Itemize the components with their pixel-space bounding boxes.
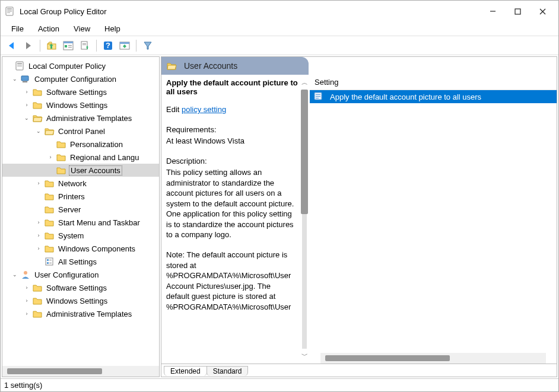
tree-item-uc-admin[interactable]: › Administrative Templates: [2, 307, 159, 320]
svg-rect-22: [120, 42, 129, 44]
svg-rect-37: [316, 96, 320, 97]
svg-rect-3: [7, 11, 12, 12]
list-column-header[interactable]: Setting: [310, 75, 557, 90]
tree-item-cc-admin[interactable]: ⌄ Administrative Templates: [2, 111, 159, 125]
tree-label: Windows Components: [57, 244, 136, 253]
tree-item-root[interactable]: Local Computer Policy: [2, 59, 159, 72]
tree-item-system[interactable]: › System: [2, 229, 159, 242]
svg-point-34: [24, 271, 27, 275]
svg-rect-25: [17, 65, 22, 65]
tree-item-control-panel[interactable]: ⌄ Control Panel: [2, 125, 159, 138]
svg-rect-28: [23, 81, 27, 82]
filter-button[interactable]: [140, 38, 155, 53]
caret-right-icon[interactable]: ›: [34, 231, 43, 240]
caret-right-icon[interactable]: ›: [23, 297, 31, 305]
caret-right-icon[interactable]: ›: [34, 179, 43, 187]
scrollbar-track[interactable]: [302, 90, 307, 349]
caret-right-icon[interactable]: ›: [23, 310, 31, 318]
edit-policy-link[interactable]: policy setting: [182, 105, 226, 114]
tree-item-allsettings[interactable]: All Settings: [2, 255, 159, 268]
folder-icon: [44, 243, 55, 254]
main-area: Local Computer Policy ⌄ Computer Configu…: [1, 55, 558, 378]
tree-item-network[interactable]: › Network: [2, 177, 159, 190]
folder-icon: [44, 217, 55, 228]
menubar: File Action View Help: [1, 22, 558, 36]
svg-text:?: ?: [106, 41, 110, 50]
menu-action[interactable]: Action: [31, 23, 66, 34]
tree[interactable]: Local Computer Policy ⌄ Computer Configu…: [2, 57, 159, 366]
caret-down-icon[interactable]: ⌄: [34, 127, 43, 135]
caret-down-icon[interactable]: ⌄: [11, 75, 19, 83]
tree-item-cc-software[interactable]: › Software Settings: [2, 85, 159, 98]
tree-label: All Settings: [57, 257, 98, 266]
tree-item-regional[interactable]: › Regional and Langu: [2, 151, 159, 164]
tree-label: Administrative Templates: [45, 310, 133, 318]
caret-down-icon[interactable]: ⌄: [11, 270, 19, 279]
svg-rect-31: [49, 260, 52, 260]
list-item[interactable]: Apply the default account picture to all…: [310, 90, 557, 103]
scrollbar-thumb[interactable]: [7, 368, 102, 374]
tree-horizontal-scrollbar[interactable]: [2, 366, 159, 377]
folder-open-icon: [32, 113, 43, 123]
menu-file[interactable]: File: [4, 23, 31, 34]
folder-icon: [32, 87, 43, 97]
up-button[interactable]: [44, 38, 59, 53]
help-button[interactable]: ?: [100, 38, 116, 53]
tree-label: Start Menu and Taskbar: [57, 218, 141, 227]
description-vertical-scrollbar[interactable]: ︿ ﹀: [299, 75, 310, 364]
caret-right-icon[interactable]: ›: [23, 101, 31, 109]
tree-item-user-accounts[interactable]: User Accounts: [2, 164, 159, 177]
tree-item-printers[interactable]: Printers: [2, 190, 159, 203]
description-pane: Apply the default account picture to all…: [161, 75, 310, 364]
tree-item-uc-windows[interactable]: › Windows Settings: [2, 294, 159, 307]
details-header: User Accounts: [161, 57, 309, 75]
caret-right-icon[interactable]: ›: [23, 283, 31, 292]
export-list-button[interactable]: [77, 38, 93, 53]
list-item-label: Apply the default account picture to all…: [330, 93, 481, 101]
tab-standard[interactable]: Standard: [207, 366, 249, 376]
back-button[interactable]: [4, 38, 20, 53]
tree-item-computer-config[interactable]: ⌄ Computer Configuration: [2, 72, 159, 85]
minimize-button[interactable]: [480, 2, 505, 20]
svg-rect-30: [47, 259, 49, 261]
scrollbar-thumb[interactable]: [325, 355, 450, 361]
svg-rect-13: [68, 45, 72, 46]
tree-item-cc-windows[interactable]: › Windows Settings: [2, 98, 159, 111]
scroll-down-icon[interactable]: ﹀: [301, 351, 308, 360]
tab-extended[interactable]: Extended: [164, 366, 207, 376]
caret-right-icon[interactable]: ›: [34, 218, 43, 227]
edit-label: Edit: [166, 105, 182, 114]
list-horizontal-scrollbar[interactable]: [320, 353, 546, 364]
close-button[interactable]: [530, 2, 555, 20]
show-hide-tree-button[interactable]: [61, 38, 76, 53]
forward-button[interactable]: [21, 38, 36, 53]
tree-item-uc-software[interactable]: › Software Settings: [2, 281, 159, 294]
tree-item-personalization[interactable]: Personalization: [2, 138, 159, 151]
policy-title: Apply the default account picture to all…: [166, 78, 305, 96]
tree-item-wincomp[interactable]: › Windows Components: [2, 242, 159, 255]
options-button[interactable]: [117, 38, 132, 53]
maximize-button[interactable]: [505, 2, 530, 20]
requirements-value: At least Windows Vista: [166, 136, 305, 146]
tree-label: System: [57, 231, 85, 240]
description-body: This policy setting allows an administra…: [166, 167, 305, 240]
scroll-up-icon[interactable]: ︿: [301, 78, 308, 87]
scrollbar-thumb[interactable]: [301, 90, 308, 214]
caret-down-icon[interactable]: ⌄: [23, 114, 31, 122]
svg-rect-36: [316, 94, 320, 95]
caret-right-icon[interactable]: ›: [46, 153, 55, 161]
caret-right-icon[interactable]: ›: [23, 88, 31, 96]
caret-right-icon[interactable]: ›: [34, 244, 43, 253]
tree-item-server[interactable]: Server: [2, 203, 159, 216]
tree-label: User Configuration: [33, 270, 100, 279]
folder-icon: [44, 230, 55, 241]
list-empty-area: [310, 103, 557, 353]
menu-view[interactable]: View: [66, 23, 97, 34]
tree-item-user-config[interactable]: ⌄ User Configuration: [2, 268, 159, 281]
folder-icon: [32, 295, 43, 306]
svg-rect-33: [49, 263, 52, 263]
tree-item-startmenu[interactable]: › Start Menu and Taskbar: [2, 216, 159, 229]
tree-label: Local Computer Policy: [27, 62, 107, 71]
toolbar: ?: [1, 36, 558, 55]
menu-help[interactable]: Help: [97, 23, 128, 34]
